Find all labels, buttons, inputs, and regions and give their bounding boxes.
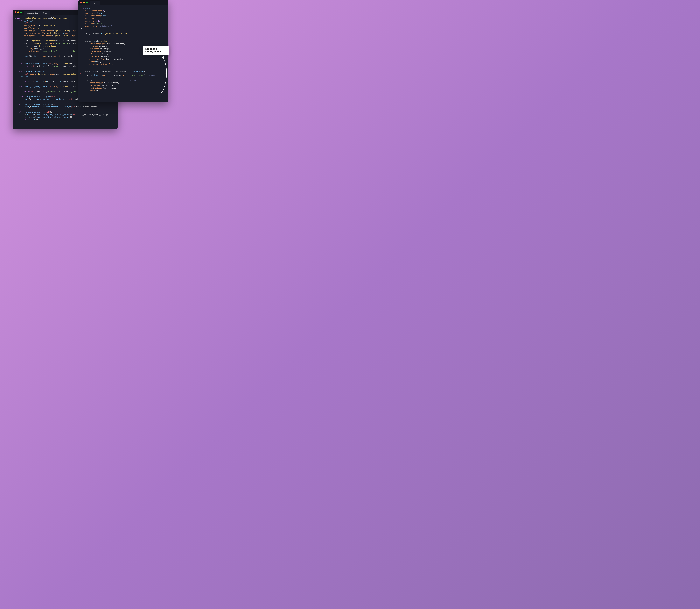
diagnose-comment: # Diagnose xyxy=(146,74,157,76)
eval-fn: AnswerMatchAcc xyxy=(34,42,49,45)
debug-comment: # Debug mode xyxy=(100,25,112,27)
titlebar: train xyxy=(78,0,168,5)
callout-box: Diagnose + Debug + Train xyxy=(143,46,169,55)
callout-text: Diagnose + Debug + Train xyxy=(145,48,163,53)
highlighted-block: trainer.diagnose(dataset=trainset, split… xyxy=(80,73,166,95)
close-icon[interactable] xyxy=(80,2,82,3)
maximize-icon[interactable] xyxy=(86,2,88,3)
adal-component-cls: ObjectCountAdalComponent xyxy=(103,33,128,35)
maximize-icon[interactable] xyxy=(20,12,22,13)
tab-train[interactable]: train xyxy=(90,1,100,5)
class-name: ObjectCountAdalComponent xyxy=(21,17,47,19)
close-icon[interactable] xyxy=(15,12,16,13)
task-pipeline: ObjectCountTaskPipeline xyxy=(31,40,55,42)
tab-prepare-task[interactable]: prepare_task_for_train xyxy=(24,11,50,15)
minimize-icon[interactable] xyxy=(17,12,19,13)
train-fn: train xyxy=(85,7,90,9)
minimize-icon[interactable] xyxy=(83,2,85,3)
traffic-lights xyxy=(80,2,88,3)
traffic-lights xyxy=(15,12,22,13)
train-comment: # Train xyxy=(129,79,137,81)
load-datasets-fn: load_datasets xyxy=(130,71,144,73)
